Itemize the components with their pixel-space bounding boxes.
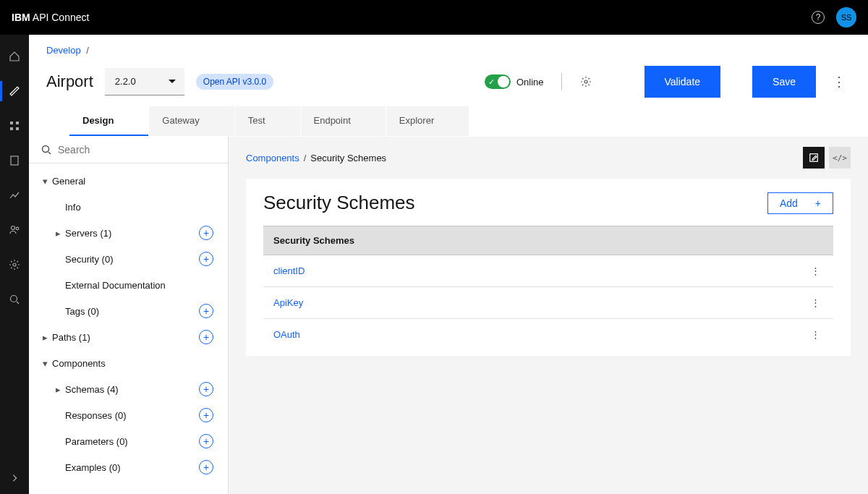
tree-label: Tags (0) xyxy=(65,306,199,317)
tree-paths[interactable]: ▸Paths (1)+ xyxy=(29,324,228,350)
plus-icon[interactable]: + xyxy=(199,434,213,448)
api-title: Airport xyxy=(46,72,93,91)
svg-rect-3 xyxy=(16,127,19,130)
chevron-down-icon: ▾ xyxy=(38,176,52,187)
chart-icon[interactable] xyxy=(7,188,22,203)
overflow-icon[interactable]: ⋮ xyxy=(827,74,851,90)
left-rail xyxy=(0,35,29,494)
tree-components[interactable]: ▾Components xyxy=(29,350,228,376)
avatar[interactable]: SS xyxy=(836,7,856,27)
divider xyxy=(561,73,562,90)
plus-icon[interactable]: + xyxy=(199,382,213,396)
home-icon[interactable] xyxy=(7,49,22,64)
security-schemes-card: Security Schemes Add+ Security Schemes c… xyxy=(246,179,851,356)
tree-label: Security (0) xyxy=(65,254,199,265)
check-icon: ✓ xyxy=(488,77,495,87)
plus-icon[interactable]: + xyxy=(199,252,213,266)
online-toggle[interactable]: ✓ xyxy=(485,74,511,89)
breadcrumb: Develop / xyxy=(29,35,868,59)
scheme-name: clientID xyxy=(273,265,808,276)
chevron-right-icon: ▸ xyxy=(51,228,65,239)
svg-rect-0 xyxy=(10,122,13,124)
tree-label: General xyxy=(52,176,222,187)
chevron-right-icon: ▸ xyxy=(38,332,52,343)
tree-label: Schemas (4) xyxy=(65,384,199,395)
tree-label: Components xyxy=(52,358,222,369)
tree-label: Paths (1) xyxy=(52,332,199,343)
tree-general[interactable]: ▾General xyxy=(29,168,228,194)
tree-label: Responses (0) xyxy=(65,410,199,421)
tree-label: External Documentation xyxy=(65,280,222,291)
settings-icon[interactable] xyxy=(7,257,22,272)
add-label: Add xyxy=(780,197,798,209)
svg-rect-1 xyxy=(16,122,19,124)
edit-button[interactable] xyxy=(803,147,825,169)
save-button[interactable]: Save xyxy=(752,66,816,98)
validate-button[interactable]: Validate xyxy=(644,66,721,98)
tree-extdoc[interactable]: External Documentation xyxy=(29,272,228,298)
search-icon xyxy=(41,144,52,156)
develop-icon[interactable] xyxy=(7,84,22,98)
plus-icon[interactable]: + xyxy=(199,304,213,318)
tree-info[interactable]: Info xyxy=(29,194,228,220)
tree-security[interactable]: Security (0)+ xyxy=(29,246,228,272)
plus-icon[interactable]: + xyxy=(199,226,213,240)
plus-icon[interactable]: + xyxy=(199,460,213,474)
tree-schemas[interactable]: ▸Schemas (4)+ xyxy=(29,376,228,402)
table-header: Security Schemes xyxy=(263,226,833,255)
table-row[interactable]: ApiKey⋮ xyxy=(263,287,833,319)
tree-parameters[interactable]: Parameters (0)+ xyxy=(29,428,228,454)
svg-point-7 xyxy=(13,263,16,266)
svg-rect-4 xyxy=(11,156,18,165)
tree-tags[interactable]: Tags (0)+ xyxy=(29,298,228,324)
brand-prefix: IBM xyxy=(12,12,30,23)
scheme-name: OAuth xyxy=(273,329,808,340)
tree-examples[interactable]: Examples (0)+ xyxy=(29,454,228,480)
crumb-sep: / xyxy=(304,153,307,163)
overflow-icon[interactable]: ⋮ xyxy=(808,265,823,276)
plus-icon[interactable]: + xyxy=(199,408,213,422)
help-icon[interactable]: ? xyxy=(812,11,825,24)
tab-test[interactable]: Test xyxy=(235,106,300,136)
design-tree-panel: ▾General Info ▸Servers (1)+ Security (0)… xyxy=(29,137,229,494)
tab-gateway[interactable]: Gateway xyxy=(149,106,234,136)
add-button[interactable]: Add+ xyxy=(767,192,833,214)
crumb-components[interactable]: Components xyxy=(246,153,299,163)
search-icon[interactable] xyxy=(7,292,22,307)
breadcrumb-separator: / xyxy=(86,45,89,56)
online-label: Online xyxy=(516,77,544,88)
tree-label: Parameters (0) xyxy=(65,436,199,447)
card-title: Security Schemes xyxy=(263,192,767,214)
product-name: IBM API Connect xyxy=(12,12,89,23)
scheme-name: ApiKey xyxy=(273,297,808,308)
svg-point-5 xyxy=(12,226,15,230)
chevron-right-icon: ▸ xyxy=(51,384,65,395)
tab-endpoint[interactable]: Endpoint xyxy=(301,106,386,136)
svg-rect-2 xyxy=(10,127,13,130)
tree-label: Examples (0) xyxy=(65,462,199,473)
tree-label: Info xyxy=(65,202,222,213)
users-icon[interactable] xyxy=(7,223,22,237)
chevron-right-icon[interactable] xyxy=(7,471,22,485)
tree-servers[interactable]: ▸Servers (1)+ xyxy=(29,220,228,246)
table-row[interactable]: clientID⋮ xyxy=(263,255,833,287)
tab-explorer[interactable]: Explorer xyxy=(386,106,469,136)
plus-icon: + xyxy=(815,197,821,209)
overflow-icon[interactable]: ⋮ xyxy=(808,329,823,340)
version-value: 2.2.0 xyxy=(115,76,136,87)
plus-icon[interactable]: + xyxy=(199,330,213,344)
gear-icon[interactable] xyxy=(579,75,592,88)
svg-point-9 xyxy=(584,80,587,83)
code-toggle-button[interactable]: </> xyxy=(829,147,851,169)
breadcrumb-develop[interactable]: Develop xyxy=(46,45,81,56)
chevron-down-icon: ▾ xyxy=(38,358,52,369)
version-select[interactable]: 2.2.0 xyxy=(105,68,184,95)
apps-icon[interactable] xyxy=(7,119,22,133)
overflow-icon[interactable]: ⋮ xyxy=(808,297,823,308)
tab-design[interactable]: Design xyxy=(69,106,148,136)
tree-responses[interactable]: Responses (0)+ xyxy=(29,402,228,428)
file-icon[interactable] xyxy=(7,153,22,168)
search-input[interactable] xyxy=(58,144,216,156)
svg-point-10 xyxy=(43,146,49,153)
table-row[interactable]: OAuth⋮ xyxy=(263,319,833,350)
